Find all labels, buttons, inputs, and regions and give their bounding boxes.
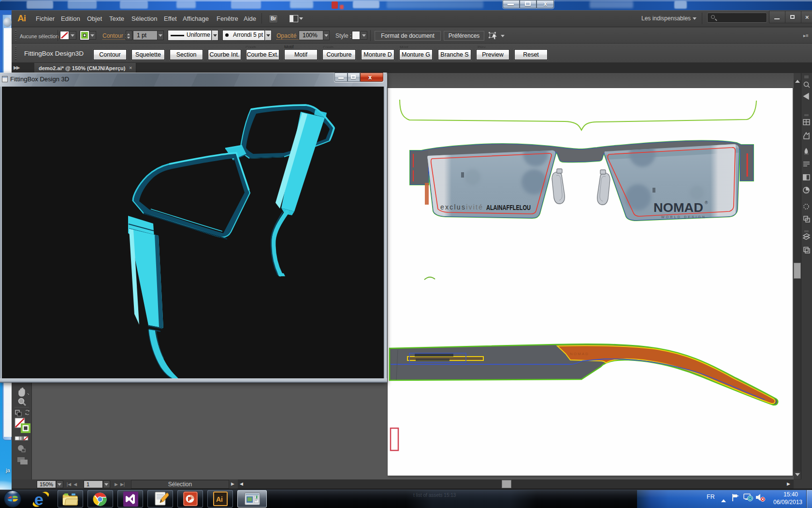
svg-text:WORLD DESIGN: WORLD DESIGN: [661, 215, 706, 219]
svg-text:®: ®: [705, 200, 708, 205]
svg-text:ALAINAFFLELOU: ALAINAFFLELOU: [486, 203, 531, 211]
svg-text:e: e: [34, 490, 44, 508]
svg-text:exclusivité: exclusivité: [440, 203, 482, 211]
svg-text:NOMAD: NOMAD: [570, 352, 589, 356]
svg-text:Ai: Ai: [216, 495, 223, 503]
svg-text:NOMAD: NOMAD: [653, 200, 703, 215]
